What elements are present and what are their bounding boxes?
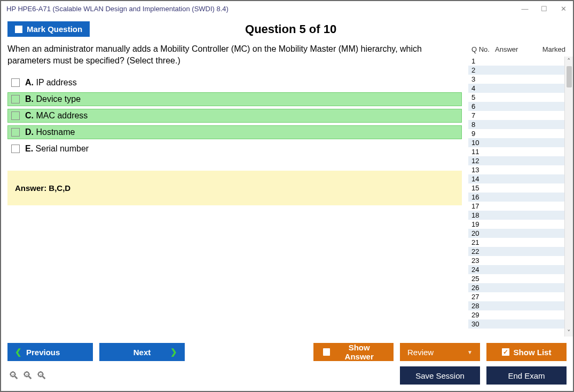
option-row[interactable]: A. IP address <box>7 76 462 90</box>
close-icon[interactable]: ✕ <box>559 5 568 13</box>
row-qno: 14 <box>471 174 495 183</box>
save-session-button[interactable]: Save Session <box>400 366 480 385</box>
option-label: D. Hostname <box>25 127 75 137</box>
sidebar-row[interactable]: 26 <box>468 283 573 292</box>
row-qno: 22 <box>471 247 495 256</box>
maximize-icon[interactable]: ☐ <box>540 5 548 13</box>
row-qno: 12 <box>471 156 495 165</box>
sidebar-row[interactable]: 23 <box>468 256 573 265</box>
sidebar-row[interactable]: 27 <box>468 292 573 301</box>
footer: ❮ Previous Next ❯ Show Answer Review ▼ ✓… <box>1 337 573 391</box>
zoom-out-icon[interactable]: 🔍︎ <box>36 370 47 382</box>
sidebar-row[interactable]: 4 <box>468 84 573 93</box>
end-exam-label: End Exam <box>508 371 545 380</box>
checkbox-icon <box>323 348 330 356</box>
mark-question-label: Mark Question <box>27 25 82 34</box>
col-answer: Answer <box>495 45 542 53</box>
sidebar-row[interactable]: 13 <box>468 165 573 174</box>
row-qno: 8 <box>471 120 495 129</box>
chevron-left-icon: ❮ <box>15 347 22 357</box>
show-list-label: Show List <box>514 348 552 357</box>
row-qno: 11 <box>471 147 495 156</box>
row-qno: 27 <box>471 292 495 301</box>
scrollbar[interactable]: ˄ ˅ <box>564 57 573 337</box>
row-qno: 26 <box>471 283 495 292</box>
sidebar-row[interactable]: 28 <box>468 301 573 310</box>
scroll-up-icon[interactable]: ˄ <box>567 57 571 65</box>
scroll-down-icon[interactable]: ˅ <box>567 328 571 337</box>
sidebar-row[interactable]: 29 <box>468 310 573 319</box>
previous-button[interactable]: ❮ Previous <box>7 343 93 361</box>
row-qno: 9 <box>471 129 495 138</box>
sidebar-header: Q No. Answer Marked <box>468 43 573 57</box>
sidebar-row[interactable]: 11 <box>468 147 573 156</box>
row-qno: 19 <box>471 220 495 229</box>
sidebar-row[interactable]: 8 <box>468 120 573 129</box>
question-text: When an administrator manually adds a Mo… <box>7 43 462 66</box>
show-answer-button[interactable]: Show Answer <box>313 343 394 361</box>
sidebar-row[interactable]: 20 <box>468 229 573 238</box>
zoom-icon[interactable]: 🔍︎ <box>22 370 33 382</box>
option-row[interactable]: C. MAC address <box>7 109 462 123</box>
sidebar-row[interactable]: 2 <box>468 66 573 75</box>
row-qno: 30 <box>471 319 495 329</box>
show-list-button[interactable]: ✓ Show List <box>486 343 567 361</box>
sidebar-row[interactable]: 24 <box>468 265 573 274</box>
sidebar-row[interactable]: 9 <box>468 129 573 138</box>
question-list-sidebar: Q No. Answer Marked 12345678910111213141… <box>468 43 573 337</box>
review-button[interactable]: Review ▼ <box>400 343 480 361</box>
sidebar-row[interactable]: 22 <box>468 247 573 256</box>
content-area: When an administrator manually adds a Mo… <box>1 43 573 337</box>
sidebar-row[interactable]: 7 <box>468 111 573 120</box>
minimize-icon[interactable]: — <box>521 5 529 13</box>
app-window: HP HPE6-A71 (Scalable WLAN Design and Im… <box>0 0 574 392</box>
window-controls: — ☐ ✕ <box>521 5 568 13</box>
sidebar-row[interactable]: 19 <box>468 220 573 229</box>
sidebar-row[interactable]: 12 <box>468 156 573 165</box>
row-qno: 25 <box>471 274 495 283</box>
option-checkbox[interactable] <box>11 145 20 153</box>
sidebar-rows[interactable]: 1234567891011121314151617181920212223242… <box>468 57 573 337</box>
sidebar-row[interactable]: 17 <box>468 202 573 211</box>
col-marked: Marked <box>542 45 572 53</box>
zoom-in-icon[interactable]: 🔍︎ <box>9 370 19 382</box>
sidebar-row[interactable]: 25 <box>468 274 573 283</box>
option-checkbox[interactable] <box>11 111 20 120</box>
scroll-thumb[interactable] <box>567 66 572 87</box>
end-exam-button[interactable]: End Exam <box>486 366 567 385</box>
row-qno: 10 <box>471 138 495 147</box>
sidebar-row[interactable]: 5 <box>468 93 573 102</box>
sidebar-row[interactable]: 1 <box>468 57 573 66</box>
next-label: Next <box>133 348 151 357</box>
check-icon: ✓ <box>502 348 509 356</box>
next-button[interactable]: Next ❯ <box>99 343 185 361</box>
option-row[interactable]: E. Serial number <box>7 142 462 156</box>
sidebar-row[interactable]: 15 <box>468 183 573 193</box>
row-qno: 17 <box>471 202 495 211</box>
show-answer-label: Show Answer <box>334 343 384 361</box>
option-checkbox[interactable] <box>11 95 20 103</box>
topbar: Mark Question Question 5 of 10 <box>1 16 573 43</box>
row-qno: 29 <box>471 310 495 319</box>
option-checkbox[interactable] <box>11 128 20 137</box>
sidebar-row[interactable]: 6 <box>468 102 573 111</box>
sidebar-row[interactable]: 21 <box>468 238 573 247</box>
option-label: B. Device type <box>25 94 81 104</box>
option-row[interactable]: D. Hostname <box>7 125 462 139</box>
footer-row-2: 🔍︎ 🔍︎ 🔍︎ Save Session End Exam <box>7 366 567 385</box>
option-checkbox[interactable] <box>11 78 20 87</box>
sidebar-row[interactable]: 14 <box>468 174 573 183</box>
option-row[interactable]: B. Device type <box>7 92 462 106</box>
sidebar-row[interactable]: 16 <box>468 193 573 202</box>
sidebar-row[interactable]: 3 <box>468 75 573 84</box>
row-qno: 3 <box>471 75 495 84</box>
checkbox-icon <box>15 26 22 33</box>
col-qno: Q No. <box>471 45 495 53</box>
sidebar-row[interactable]: 30 <box>468 319 573 329</box>
sidebar-row[interactable]: 18 <box>468 211 573 220</box>
row-qno: 7 <box>471 111 495 120</box>
mark-question-button[interactable]: Mark Question <box>7 21 90 37</box>
sidebar-row[interactable]: 10 <box>468 138 573 147</box>
row-qno: 28 <box>471 301 495 310</box>
row-qno: 4 <box>471 84 495 93</box>
